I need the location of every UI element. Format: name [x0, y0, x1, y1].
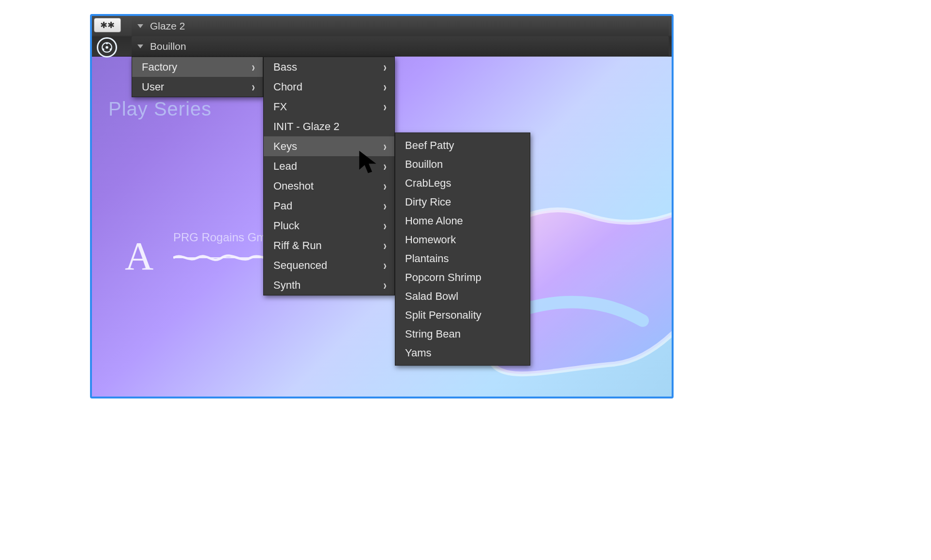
preset-selector[interactable]: Bouillon: [132, 36, 669, 57]
svg-point-4: [110, 48, 112, 50]
triangle-down-icon: [137, 44, 143, 48]
chevron-right-icon: ›: [383, 79, 387, 94]
preset-menu-item-label: Home Alone: [405, 215, 463, 227]
category-menu-item[interactable]: INIT - Glaze 2: [264, 117, 394, 136]
preset-name: Bouillon: [150, 41, 186, 52]
category-menu-item[interactable]: Pluck›: [264, 216, 394, 236]
preset-menu-item[interactable]: Home Alone: [395, 211, 530, 230]
preset-menu-item[interactable]: String Bean: [395, 324, 530, 343]
category-menu-item-label: Pad: [273, 200, 292, 212]
chevron-right-icon: ›: [383, 178, 387, 193]
source-menu-item[interactable]: Factory›: [132, 57, 263, 77]
category-menu-item-label: Chord: [273, 81, 302, 93]
chevron-right-icon: ›: [383, 138, 387, 154]
category-menu-item-label: Bass: [273, 61, 297, 74]
chevron-right-icon: ›: [383, 237, 387, 253]
engine-logo: [97, 37, 117, 58]
preset-menu-item-label: Salad Bowl: [405, 290, 458, 303]
preset-menu-item[interactable]: Salad Bowl: [395, 287, 530, 306]
preset-menu-item-label: Plantains: [405, 252, 449, 265]
triangle-down-icon: [137, 24, 143, 28]
category-menu-item[interactable]: Oneshot›: [264, 176, 394, 196]
category-menu-item-label: Lead: [273, 160, 297, 173]
layer-sample-name: PRG Rogains Gmin: [173, 231, 275, 244]
preset-category-menu: Bass›Chord›FX›INIT - Glaze 2Keys›Lead›On…: [263, 57, 395, 295]
category-menu-item-label: INIT - Glaze 2: [273, 120, 340, 133]
preset-menu-item-label: String Bean: [405, 328, 461, 340]
instrument-selector[interactable]: Glaze 2: [132, 16, 669, 36]
chevron-right-icon: ›: [252, 79, 255, 94]
category-menu-item[interactable]: Bass›: [264, 57, 394, 77]
svg-point-2: [106, 43, 108, 44]
category-menu-item[interactable]: Riff & Run›: [264, 236, 394, 255]
instrument-name: Glaze 2: [150, 20, 185, 32]
category-menu-item-label: Keys: [273, 140, 297, 153]
preset-menu-item-label: Yams: [405, 347, 432, 359]
plugin-window: ✱✱ Glaze 2 Bouillon Play Series A PRG Ro…: [90, 14, 674, 398]
preset-menu-item[interactable]: Plantains: [395, 249, 530, 268]
preset-menu-item-label: CrabLegs: [405, 177, 451, 190]
preset-menu-item-label: Split Personality: [405, 309, 481, 322]
preset-menu-item[interactable]: Dirty Rice: [395, 192, 530, 211]
category-menu-item[interactable]: Lead›: [264, 156, 394, 176]
chevron-right-icon: ›: [383, 257, 387, 273]
category-menu-item[interactable]: FX›: [264, 97, 394, 117]
preset-menu-item-label: Beef Patty: [405, 139, 454, 152]
category-menu-item[interactable]: Chord›: [264, 77, 394, 97]
preset-menu-item-label: Dirty Rice: [405, 196, 451, 208]
category-menu-item-label: Oneshot: [273, 180, 314, 192]
chevron-right-icon: ›: [383, 198, 387, 213]
top-toolbar: ✱✱ Glaze 2 Bouillon: [92, 16, 672, 57]
category-menu-item[interactable]: Sequenced›: [264, 255, 394, 275]
category-menu-item-label: Pluck: [273, 220, 300, 232]
svg-point-3: [102, 48, 104, 50]
chevron-right-icon: ›: [383, 158, 387, 174]
source-menu-item[interactable]: User›: [132, 77, 263, 97]
preset-menu-item[interactable]: Split Personality: [395, 306, 530, 324]
source-menu-item-label: User: [142, 81, 164, 93]
category-menu-item[interactable]: Synth›: [264, 275, 394, 295]
preset-menu-item-label: Bouillon: [405, 158, 443, 171]
preset-menu-item[interactable]: Yams: [395, 343, 530, 362]
preset-list-menu: Beef PattyBouillonCrabLegsDirty RiceHome…: [395, 133, 530, 366]
category-menu-item-label: Sequenced: [273, 259, 327, 272]
preset-menu-item-label: Popcorn Shrimp: [405, 271, 481, 284]
svg-point-1: [105, 46, 108, 49]
preset-source-menu: Factory›User›: [132, 57, 263, 97]
preset-menu-item[interactable]: CrabLegs: [395, 174, 530, 192]
gear-icon: ✱✱: [100, 20, 115, 30]
product-line-label: Play Series: [108, 98, 211, 120]
preset-menu-item[interactable]: Beef Patty: [395, 136, 530, 155]
category-menu-item-label: Synth: [273, 279, 300, 292]
chevron-right-icon: ›: [383, 99, 387, 114]
chevron-right-icon: ›: [383, 277, 387, 293]
category-menu-item-label: FX: [273, 101, 287, 113]
category-menu-item[interactable]: Keys›: [264, 136, 394, 156]
category-menu-item[interactable]: Pad›: [264, 196, 394, 216]
chevron-right-icon: ›: [383, 59, 387, 74]
preset-menu-item[interactable]: Bouillon: [395, 155, 530, 174]
preset-menu-item[interactable]: Homework: [395, 230, 530, 249]
category-menu-item-label: Riff & Run: [273, 239, 322, 252]
preset-menu-item-label: Homework: [405, 234, 456, 246]
settings-button[interactable]: ✱✱: [94, 18, 121, 32]
preset-menu-item[interactable]: Popcorn Shrimp: [395, 268, 530, 287]
chevron-right-icon: ›: [383, 218, 387, 233]
source-menu-item-label: Factory: [142, 61, 177, 74]
chevron-right-icon: ›: [252, 59, 255, 74]
layer-letter: A: [125, 234, 153, 279]
